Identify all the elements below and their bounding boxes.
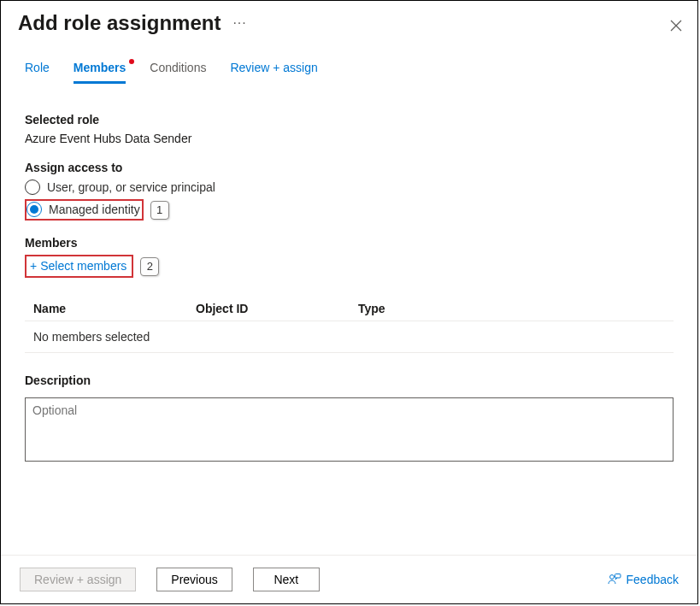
more-actions-icon[interactable]: ··· <box>232 15 246 31</box>
tab-dirty-indicator-icon <box>129 59 134 64</box>
selected-role-value: Azure Event Hubs Data Sender <box>25 132 674 145</box>
review-assign-button: Review + assign <box>20 568 136 591</box>
callout-badge-2: 2 <box>140 257 159 276</box>
radio-label: Managed identity <box>49 203 140 216</box>
tab-review-assign[interactable]: Review + assign <box>230 61 317 84</box>
selected-role-label: Selected role <box>25 113 674 126</box>
radio-label: User, group, or service principal <box>47 180 215 194</box>
callout-badge-1: 1 <box>150 201 169 220</box>
next-button[interactable]: Next <box>253 568 320 591</box>
tab-members[interactable]: Members <box>74 61 126 84</box>
tab-members-label: Members <box>74 61 126 74</box>
feedback-link[interactable]: Feedback <box>608 573 679 586</box>
radio-icon <box>26 202 42 217</box>
assign-access-label: Assign access to <box>25 161 674 174</box>
svg-point-2 <box>609 575 614 580</box>
description-input[interactable] <box>25 397 674 462</box>
col-name: Name <box>33 302 196 315</box>
col-type: Type <box>358 302 665 315</box>
radio-managed-identity[interactable]: Managed identity <box>26 202 140 217</box>
feedback-icon <box>608 573 621 586</box>
feedback-label: Feedback <box>626 573 679 586</box>
radio-user-group-principal[interactable]: User, group, or service principal <box>25 179 674 195</box>
select-members-label: Select members <box>40 259 126 273</box>
tab-role[interactable]: Role <box>25 61 50 84</box>
select-members-button[interactable]: + Select members <box>26 257 130 274</box>
plus-icon: + <box>30 259 37 273</box>
tab-conditions[interactable]: Conditions <box>150 61 206 84</box>
highlight-box-1: Managed identity <box>25 199 144 221</box>
close-icon <box>670 20 682 32</box>
svg-rect-3 <box>615 574 621 579</box>
page-title: Add role assignment <box>18 11 221 35</box>
tabs-nav: Role Members Conditions Review + assign <box>1 38 697 84</box>
close-button[interactable] <box>670 20 682 35</box>
members-empty-row: No members selected <box>25 321 674 353</box>
radio-icon <box>25 179 40 195</box>
description-label: Description <box>25 374 674 387</box>
previous-button[interactable]: Previous <box>156 568 232 591</box>
col-object-id: Object ID <box>196 302 358 315</box>
highlight-box-2: + Select members <box>25 255 133 278</box>
members-label: Members <box>25 236 674 250</box>
members-table: Name Object ID Type No members selected <box>25 297 674 353</box>
